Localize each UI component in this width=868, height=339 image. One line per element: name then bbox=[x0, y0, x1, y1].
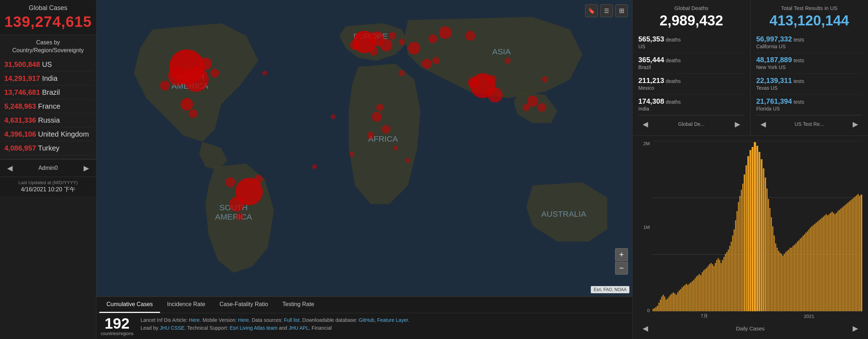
full-list-link[interactable]: Full list bbox=[284, 317, 300, 323]
tab-cumulative-cases[interactable]: Cumulative Cases bbox=[99, 297, 160, 313]
svg-rect-185 bbox=[840, 208, 841, 311]
svg-rect-88 bbox=[693, 280, 694, 311]
svg-point-40 bbox=[538, 103, 546, 112]
svg-rect-137 bbox=[771, 217, 772, 311]
svg-rect-114 bbox=[731, 242, 732, 311]
svg-rect-81 bbox=[683, 286, 684, 311]
svg-point-11 bbox=[168, 67, 187, 85]
esri-atlas-link[interactable]: Esri Living Atlas team bbox=[230, 325, 278, 331]
tests-nav-left[interactable]: ◀ bbox=[758, 118, 769, 130]
tab-testing-rate[interactable]: Testing Rate bbox=[275, 297, 321, 313]
svg-rect-155 bbox=[797, 242, 798, 311]
svg-point-28 bbox=[439, 26, 452, 39]
region-list-item[interactable]: 5,248,963 France bbox=[3, 99, 93, 113]
lancet-link[interactable]: Here bbox=[189, 317, 200, 323]
deaths-nav-left[interactable]: ◀ bbox=[640, 118, 651, 130]
deaths-nav-label: Global De... bbox=[678, 121, 705, 127]
map-info-text: Lancet Inf Dis Article: Here. Mobile Ver… bbox=[140, 316, 628, 332]
svg-point-53 bbox=[399, 70, 405, 76]
tests-stat-row: 56,997,332 testsCalifornia US bbox=[756, 32, 862, 53]
grid-button[interactable]: ⊞ bbox=[615, 4, 628, 17]
zoom-out-button[interactable]: − bbox=[615, 262, 628, 275]
svg-rect-153 bbox=[794, 245, 795, 311]
svg-rect-163 bbox=[808, 230, 809, 311]
tests-panel-nav: ◀ US Test Re... ▶ bbox=[756, 115, 862, 130]
svg-point-29 bbox=[465, 31, 475, 41]
svg-rect-161 bbox=[805, 232, 807, 311]
tests-nav-label: US Test Re... bbox=[794, 121, 824, 127]
admin-nav-right-arrow[interactable]: ▶ bbox=[81, 162, 92, 174]
svg-point-46 bbox=[189, 109, 197, 118]
region-list-item[interactable]: 14,291,917 India bbox=[3, 72, 93, 85]
x-label-july: 7月 bbox=[700, 313, 708, 319]
svg-rect-130 bbox=[759, 152, 760, 311]
svg-rect-182 bbox=[836, 213, 837, 311]
region-list[interactable]: 31,500,848 US14,291,917 India13,746,681 … bbox=[3, 58, 93, 155]
svg-rect-147 bbox=[785, 252, 786, 311]
svg-rect-105 bbox=[718, 258, 719, 311]
deaths-panel-title: Global Deaths bbox=[638, 5, 744, 11]
svg-rect-113 bbox=[729, 246, 730, 311]
map-area: 🔖 ☰ ⊞ NORTH bbox=[96, 0, 632, 339]
svg-point-43 bbox=[432, 57, 440, 64]
map-toolbar: 🔖 ☰ ⊞ bbox=[585, 4, 628, 17]
svg-rect-83 bbox=[686, 284, 687, 311]
svg-rect-187 bbox=[843, 206, 844, 311]
feature-layer-link[interactable]: Feature Layer bbox=[377, 317, 408, 323]
region-list-item[interactable]: 31,500,848 US bbox=[3, 58, 93, 72]
svg-point-37 bbox=[367, 132, 374, 139]
svg-rect-164 bbox=[810, 227, 811, 311]
svg-rect-195 bbox=[855, 196, 856, 311]
deaths-nav-right[interactable]: ▶ bbox=[732, 118, 743, 130]
svg-point-47 bbox=[262, 71, 267, 76]
region-list-item[interactable]: 4,631,336 Russia bbox=[3, 113, 93, 127]
svg-rect-170 bbox=[819, 220, 820, 311]
github-link[interactable]: GitHub bbox=[359, 317, 374, 323]
svg-rect-189 bbox=[846, 204, 847, 311]
svg-rect-123 bbox=[744, 175, 745, 311]
svg-point-48 bbox=[331, 114, 336, 119]
svg-rect-175 bbox=[826, 214, 827, 311]
admin-nav-left-arrow[interactable]: ◀ bbox=[4, 162, 15, 174]
jhu-apl-link[interactable]: JHU APL bbox=[289, 325, 309, 331]
mobile-link[interactable]: Here bbox=[238, 317, 249, 323]
chart-nav-right[interactable]: ▶ bbox=[850, 323, 861, 334]
chart-inner bbox=[653, 141, 862, 312]
countries-number: 192 bbox=[101, 316, 133, 331]
svg-point-44 bbox=[408, 42, 420, 54]
svg-rect-142 bbox=[778, 251, 779, 311]
region-list-item[interactable]: 13,746,681 Brazil bbox=[3, 85, 93, 99]
map-container[interactable]: 🔖 ☰ ⊞ NORTH bbox=[96, 0, 632, 296]
svg-rect-109 bbox=[723, 257, 724, 311]
svg-point-12 bbox=[199, 58, 212, 70]
region-list-item[interactable]: 4,086,957 Turkey bbox=[3, 141, 93, 155]
svg-rect-102 bbox=[713, 266, 714, 311]
svg-rect-60 bbox=[653, 309, 654, 311]
zoom-in-button[interactable]: + bbox=[615, 248, 628, 261]
svg-rect-118 bbox=[737, 211, 738, 311]
list-button[interactable]: ☰ bbox=[600, 4, 613, 17]
deaths-panel-nav: ◀ Global De... ▶ bbox=[638, 115, 744, 130]
svg-rect-64 bbox=[658, 303, 659, 311]
svg-rect-82 bbox=[684, 285, 685, 311]
region-list-item[interactable]: 4,396,106 United Kingdom bbox=[3, 127, 93, 141]
tests-nav-right[interactable]: ▶ bbox=[850, 118, 861, 130]
svg-point-26 bbox=[399, 39, 405, 45]
jhu-csse-link[interactable]: JHU CSSE bbox=[160, 325, 184, 331]
svg-rect-121 bbox=[741, 190, 742, 311]
svg-rect-101 bbox=[712, 264, 713, 311]
tab-incidence-rate[interactable]: Incidence Rate bbox=[160, 297, 213, 313]
svg-point-55 bbox=[312, 164, 317, 169]
bookmark-button[interactable]: 🔖 bbox=[585, 4, 598, 17]
svg-rect-68 bbox=[664, 296, 665, 311]
svg-rect-191 bbox=[849, 201, 850, 311]
svg-rect-135 bbox=[768, 199, 769, 311]
svg-rect-90 bbox=[696, 276, 697, 311]
chart-nav-left[interactable]: ◀ bbox=[640, 323, 651, 334]
chart-x-axis: 7月 2021 bbox=[653, 312, 862, 320]
tests-stat-row: 48,187,889 testsNew York US bbox=[756, 53, 862, 74]
svg-text:AMERICA: AMERICA bbox=[215, 212, 252, 221]
last-updated-time: 4/16/2021 10:20 下午 bbox=[3, 186, 93, 193]
tab-case-fatality-ratio[interactable]: Case-Fatality Ratio bbox=[213, 297, 275, 313]
svg-rect-184 bbox=[839, 210, 840, 311]
